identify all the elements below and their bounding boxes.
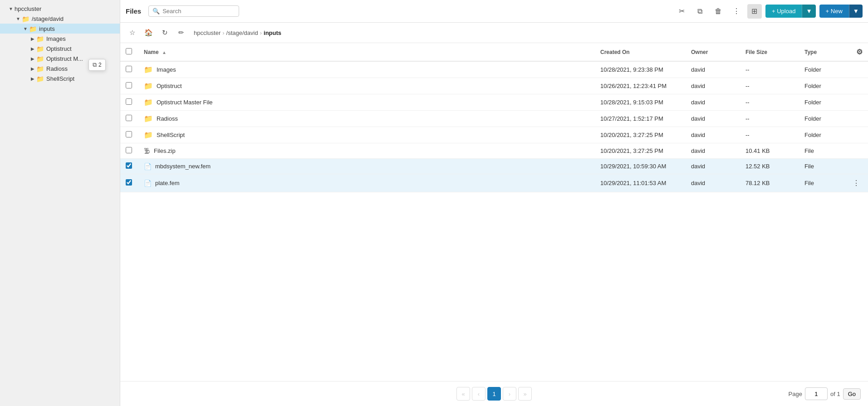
th-checkbox bbox=[120, 43, 138, 61]
pagination-bar: « ‹ 1 › » Page of 1 Go bbox=[120, 381, 868, 406]
td-actions: ⋮ bbox=[844, 174, 868, 192]
th-actions: ⚙ bbox=[844, 43, 868, 61]
first-page-button[interactable]: « bbox=[456, 387, 470, 401]
breadcrumb-bar: ☆ 🏠 ↻ ✏ hpccluster › /stage/david › inpu… bbox=[120, 23, 868, 43]
sidebar-item-shellscript[interactable]: ▶ 📁 ShellScript bbox=[0, 73, 120, 83]
page-input[interactable] bbox=[805, 387, 828, 400]
favorite-icon[interactable]: ☆ bbox=[126, 26, 138, 39]
td-checkbox[interactable] bbox=[120, 111, 138, 127]
td-checkbox[interactable] bbox=[120, 143, 138, 159]
td-type: File bbox=[799, 159, 844, 174]
pagination-right: Page of 1 Go bbox=[789, 387, 861, 400]
table-row: 📄 mbdsystem_new.fem 10/29/2021, 10:59:30… bbox=[120, 159, 868, 174]
cut-button[interactable]: ✂ bbox=[675, 4, 689, 19]
td-type: Folder bbox=[799, 127, 844, 143]
prev-page-button[interactable]: ‹ bbox=[472, 387, 485, 401]
page-1-button[interactable]: 1 bbox=[487, 387, 501, 401]
breadcrumb-stage[interactable]: /stage/david bbox=[226, 29, 258, 36]
table-row: 📁 Optistruct Master File 10/28/2021, 9:1… bbox=[120, 94, 868, 111]
td-name: 📁 Radioss bbox=[138, 111, 595, 127]
tree-arrow-inputs: ▼ bbox=[22, 25, 29, 32]
td-owner: david bbox=[686, 143, 740, 159]
upload-dropdown-button[interactable]: ▼ bbox=[802, 5, 815, 18]
td-size: -- bbox=[740, 127, 799, 143]
search-box[interactable]: 🔍 bbox=[148, 5, 239, 17]
more-options-button[interactable]: ⋮ bbox=[729, 4, 744, 19]
tree-arrow-hpccluster: ▼ bbox=[7, 5, 15, 12]
row-checkbox[interactable] bbox=[126, 179, 132, 186]
td-type: Folder bbox=[799, 61, 844, 78]
copy-button[interactable]: ⧉ bbox=[693, 4, 707, 19]
td-checkbox[interactable] bbox=[120, 94, 138, 111]
home-icon[interactable]: 🏠 bbox=[142, 26, 155, 39]
sidebar-item-images[interactable]: ▶ 📁 Images bbox=[0, 34, 120, 44]
td-actions bbox=[844, 94, 868, 111]
topbar-actions: ✂ ⧉ 🗑 ⋮ ⊞ + Upload ▼ + New ▼ bbox=[675, 4, 863, 19]
td-size: -- bbox=[740, 111, 799, 127]
table-row: 📁 Radioss 10/27/2021, 1:52:17 PM david -… bbox=[120, 111, 868, 127]
td-actions bbox=[844, 78, 868, 94]
last-page-button[interactable]: » bbox=[518, 387, 532, 401]
row-checkbox[interactable] bbox=[126, 115, 132, 121]
th-created[interactable]: Created On bbox=[595, 43, 686, 61]
th-file-size[interactable]: File Size bbox=[740, 43, 799, 61]
td-created: 10/29/2021, 11:01:53 AM bbox=[595, 174, 686, 192]
td-created: 10/27/2021, 1:52:17 PM bbox=[595, 111, 686, 127]
sidebar-item-stage[interactable]: ▼ 📁 /stage/david bbox=[0, 14, 120, 24]
td-actions bbox=[844, 61, 868, 78]
go-button[interactable]: Go bbox=[843, 388, 861, 400]
folder-icon-optistruct: 📁 bbox=[36, 45, 44, 52]
folder-icon-images: 📁 bbox=[36, 35, 44, 42]
row-more-button[interactable]: ⋮ bbox=[850, 178, 863, 188]
sidebar-label-radioss: Radioss bbox=[46, 65, 68, 72]
row-checkbox[interactable] bbox=[126, 66, 132, 72]
td-created: 10/28/2021, 9:23:38 PM bbox=[595, 61, 686, 78]
breadcrumb-sep2: › bbox=[260, 29, 262, 36]
td-checkbox[interactable] bbox=[120, 159, 138, 174]
th-name[interactable]: Name ▲ bbox=[138, 43, 595, 61]
file-table-area: Name ▲ Created On Owner File Size Type bbox=[120, 43, 868, 381]
td-size: -- bbox=[740, 94, 799, 111]
new-dropdown-button[interactable]: ▼ bbox=[849, 5, 863, 18]
row-checkbox[interactable] bbox=[126, 82, 132, 88]
page-title: Files bbox=[126, 7, 141, 15]
grid-view-button[interactable]: ⊞ bbox=[747, 4, 762, 19]
td-size: -- bbox=[740, 78, 799, 94]
upload-button[interactable]: + Upload bbox=[765, 5, 802, 18]
next-page-button[interactable]: › bbox=[503, 387, 516, 401]
td-checkbox[interactable] bbox=[120, 127, 138, 143]
row-checkbox[interactable] bbox=[126, 147, 132, 153]
td-checkbox[interactable] bbox=[120, 174, 138, 192]
edit-path-icon[interactable]: ✏ bbox=[175, 26, 187, 39]
td-actions bbox=[844, 159, 868, 174]
new-button[interactable]: + New bbox=[819, 5, 849, 18]
row-checkbox[interactable] bbox=[126, 98, 132, 105]
row-checkbox[interactable] bbox=[126, 131, 132, 137]
td-type: File bbox=[799, 143, 844, 159]
table-row: 📁 Images 10/28/2021, 9:23:38 PM david --… bbox=[120, 61, 868, 78]
td-name: 🗜 Files.zip bbox=[138, 143, 595, 159]
folder-icon: 📁 bbox=[144, 65, 153, 74]
table-row: 🗜 Files.zip 10/20/2021, 3:27:25 PM david… bbox=[120, 143, 868, 159]
sidebar-item-inputs[interactable]: ▼ 📁 inputs bbox=[0, 24, 120, 34]
sidebar-label-optistruct-master: Optistruct M... bbox=[46, 55, 83, 62]
sort-arrow-name: ▲ bbox=[162, 50, 167, 55]
td-type: Folder bbox=[799, 94, 844, 111]
td-name: 📄 plate.fem bbox=[138, 174, 595, 192]
th-owner[interactable]: Owner bbox=[686, 43, 740, 61]
td-checkbox[interactable] bbox=[120, 61, 138, 78]
folder-icon-optistruct-master: 📁 bbox=[36, 55, 44, 62]
sidebar-item-hpccluster[interactable]: ▼ hpccluster bbox=[0, 4, 120, 14]
row-checkbox[interactable] bbox=[126, 162, 132, 169]
breadcrumb-hpccluster[interactable]: hpccluster bbox=[194, 29, 221, 36]
page-label: Page bbox=[789, 391, 802, 397]
settings-icon[interactable]: ⚙ bbox=[856, 48, 863, 56]
th-type[interactable]: Type bbox=[799, 43, 844, 61]
refresh-icon[interactable]: ↻ bbox=[158, 26, 171, 39]
delete-button[interactable]: 🗑 bbox=[711, 4, 726, 19]
select-all-checkbox[interactable] bbox=[126, 48, 132, 54]
td-checkbox[interactable] bbox=[120, 78, 138, 94]
sidebar-item-optistruct[interactable]: ▶ 📁 Optistruct bbox=[0, 44, 120, 54]
search-input[interactable] bbox=[162, 8, 235, 15]
table-row: 📁 ShellScript 10/20/2021, 3:27:25 PM dav… bbox=[120, 127, 868, 143]
